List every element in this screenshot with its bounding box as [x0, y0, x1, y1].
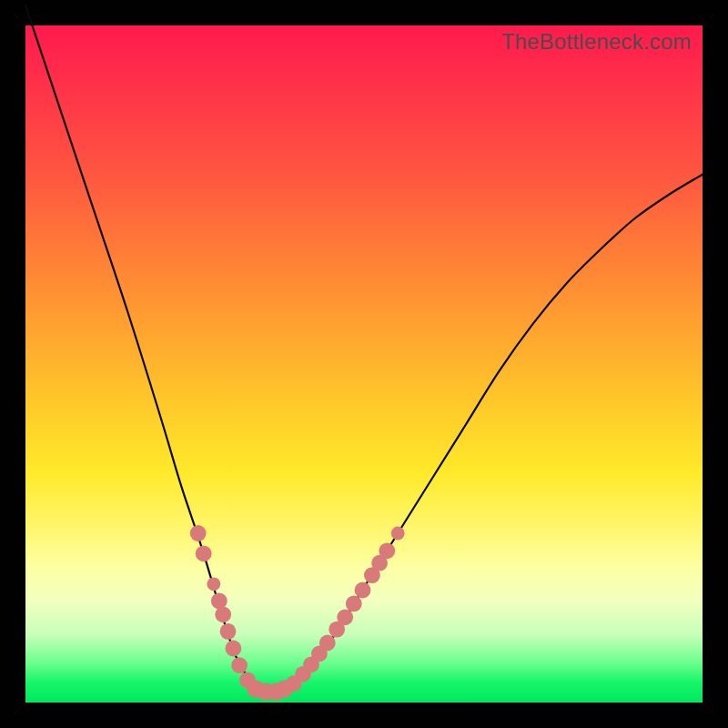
curve-marker	[379, 542, 395, 559]
curve-marker	[346, 596, 362, 612]
plot-area: TheBottleneck.com	[25, 25, 703, 703]
marker-group	[190, 525, 405, 701]
curve-marker	[226, 641, 242, 657]
curve-marker	[231, 657, 248, 673]
curve-marker	[319, 635, 336, 652]
curve-marker	[207, 577, 220, 591]
curve-layer	[25, 25, 703, 703]
curve-marker	[337, 609, 353, 625]
curve-marker	[190, 525, 207, 541]
curve-marker	[215, 606, 231, 622]
curve-marker	[220, 623, 237, 640]
curve-marker	[355, 582, 371, 599]
curve-marker	[196, 545, 212, 561]
curve-marker	[391, 527, 405, 541]
chart-frame: TheBottleneck.com	[0, 0, 728, 728]
